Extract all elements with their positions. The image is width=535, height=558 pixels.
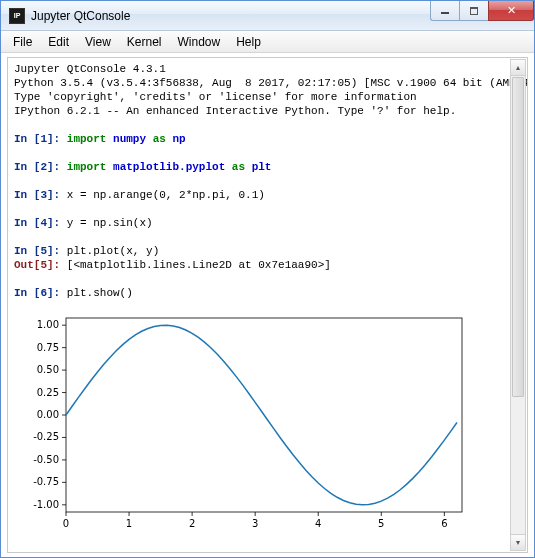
svg-text:1.00: 1.00 [37,319,59,330]
in-prompt: In [5]: [14,245,67,257]
svg-text:3: 3 [252,518,258,529]
banner-line: IPython 6.2.1 -- An enhanced Interactive… [14,104,521,118]
titlebar[interactable]: IP Jupyter QtConsole ✕ [1,1,534,31]
in-prompt: In [1]: [14,133,67,145]
svg-text:6: 6 [441,518,447,529]
vertical-scrollbar[interactable]: ▴ ▾ [510,59,526,551]
minimize-button[interactable] [430,1,459,21]
svg-text:-0.25: -0.25 [33,431,59,442]
svg-text:-1.00: -1.00 [33,499,59,510]
content-area: Jupyter QtConsole 4.3.1 Python 3.5.4 (v3… [1,53,534,557]
app-icon: IP [9,8,25,24]
scroll-thumb[interactable] [512,77,524,397]
menu-help[interactable]: Help [228,33,269,51]
sine-plot: -1.00-0.75-0.50-0.250.000.250.500.751.00… [14,308,474,538]
cell-in-2: In [2]: import matplotlib.pyplot as plt [14,160,521,174]
window-controls: ✕ [430,1,534,21]
svg-text:0.50: 0.50 [37,364,59,375]
banner-line: Python 3.5.4 (v3.5.4:3f56838, Aug 8 2017… [14,76,521,90]
maximize-button[interactable] [459,1,488,21]
cell-out-5: Out[5]: [<matplotlib.lines.Line2D at 0x7… [14,258,521,272]
menu-edit[interactable]: Edit [40,33,77,51]
svg-text:-0.75: -0.75 [33,476,59,487]
in-prompt: In [3]: [14,189,67,201]
in-prompt: In [2]: [14,161,67,173]
svg-text:1: 1 [126,518,132,529]
banner-line: Type 'copyright', 'credits' or 'license'… [14,90,521,104]
scroll-up-button[interactable]: ▴ [511,60,525,76]
output-plot: -1.00-0.75-0.50-0.250.000.250.500.751.00… [14,308,521,542]
banner-line: Jupyter QtConsole 4.3.1 [14,62,521,76]
menu-window[interactable]: Window [170,33,229,51]
cell-in-1: In [1]: import numpy as np [14,132,521,146]
out-prompt: Out[5]: [14,259,67,271]
svg-text:-0.50: -0.50 [33,454,59,465]
cell-in-4: In [4]: y = np.sin(x) [14,216,521,230]
cell-in-5: In [5]: plt.plot(x, y) [14,244,521,258]
in-prompt: In [6]: [14,287,67,299]
menu-file[interactable]: File [5,33,40,51]
svg-text:0.25: 0.25 [37,387,59,398]
console[interactable]: Jupyter QtConsole 4.3.1 Python 3.5.4 (v3… [7,57,528,553]
in-prompt: In [4]: [14,217,67,229]
menu-kernel[interactable]: Kernel [119,33,170,51]
menubar: File Edit View Kernel Window Help [1,31,534,53]
svg-text:0.00: 0.00 [37,409,59,420]
svg-text:2: 2 [189,518,195,529]
cell-in-3: In [3]: x = np.arange(0, 2*np.pi, 0.1) [14,188,521,202]
svg-text:0: 0 [63,518,69,529]
cell-in-6: In [6]: plt.show() [14,286,521,300]
menu-view[interactable]: View [77,33,119,51]
svg-text:4: 4 [315,518,321,529]
close-button[interactable]: ✕ [488,1,534,21]
svg-text:0.75: 0.75 [37,342,59,353]
window-title: Jupyter QtConsole [31,9,130,23]
app-window: IP Jupyter QtConsole ✕ File Edit View Ke… [0,0,535,558]
svg-text:5: 5 [378,518,384,529]
scroll-down-button[interactable]: ▾ [511,534,525,550]
